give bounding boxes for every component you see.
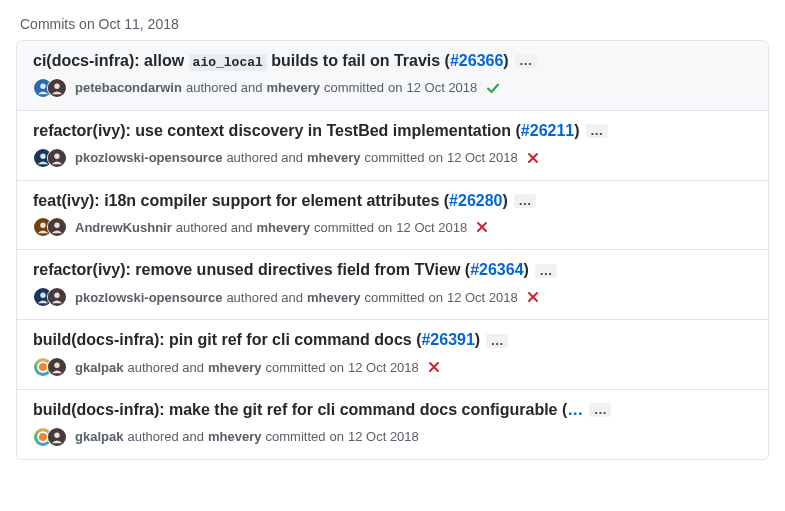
commit-title-text: ): [502, 192, 507, 209]
commit-date: 12 Oct 2018: [348, 429, 419, 444]
expand-commit-button[interactable]: …: [535, 264, 557, 278]
commit-author-link[interactable]: gkalpak: [75, 429, 123, 444]
ellipsis-icon: …: [519, 58, 532, 64]
svg-point-5: [54, 83, 59, 88]
commit-date: 12 Oct 2018: [447, 150, 518, 165]
avatar-stack[interactable]: [33, 357, 67, 377]
commit-item: refactor(ivy): use context discovery in …: [17, 111, 768, 181]
commit-author-link[interactable]: gkalpak: [75, 360, 123, 375]
commit-date: 12 Oct 2018: [348, 360, 419, 375]
commit-title-link[interactable]: build(docs-infra): make the git ref for …: [33, 400, 583, 421]
commit-title-link[interactable]: refactor(ivy): use context discovery in …: [33, 121, 580, 142]
avatar-stack[interactable]: [33, 148, 67, 168]
commit-title-text: refactor(ivy): use context discovery in …: [33, 122, 521, 139]
commit-item: feat(ivy): i18n compiler support for ele…: [17, 181, 768, 251]
commit-title-text: feat(ivy): i18n compiler support for ele…: [33, 192, 449, 209]
svg-point-35: [54, 432, 59, 437]
commit-title-link[interactable]: ci(docs-infra): allow aio_local builds t…: [33, 51, 509, 72]
pr-link[interactable]: #26280: [449, 192, 502, 209]
commit-title-link[interactable]: refactor(ivy): remove unused directives …: [33, 260, 529, 281]
commit-meta: pkozlowski-opensource authored and mheve…: [33, 148, 752, 168]
svg-point-17: [54, 223, 59, 228]
svg-point-26: [39, 363, 47, 371]
ellipsis-icon: …: [539, 268, 552, 274]
commit-date: 12 Oct 2018: [406, 80, 477, 95]
commit-meta: pkozlowski-opensource authored and mheve…: [33, 287, 752, 307]
commit-author-link[interactable]: AndrewKushnir: [75, 220, 172, 235]
x-icon[interactable]: [526, 151, 540, 165]
avatar: [47, 148, 67, 168]
expand-commit-button[interactable]: …: [515, 54, 537, 68]
ellipsis-icon: …: [491, 338, 504, 344]
commit-title-text: build(docs-infra): pin git ref for cli c…: [33, 331, 421, 348]
meta-text: on: [330, 360, 344, 375]
svg-point-8: [40, 153, 45, 158]
meta-text: on: [428, 290, 442, 305]
meta-text: on: [428, 150, 442, 165]
meta-text: authored and: [226, 150, 303, 165]
expand-commit-button[interactable]: …: [514, 194, 536, 208]
commit-date: 12 Oct 2018: [396, 220, 467, 235]
x-icon[interactable]: [526, 290, 540, 304]
commit-meta: petebacondarwin authored and mhevery com…: [33, 78, 752, 98]
meta-text: committed: [266, 429, 326, 444]
commit-committer-link[interactable]: mhevery: [307, 290, 360, 305]
ellipsis-icon: …: [590, 128, 603, 134]
commit-title-text: ): [524, 261, 529, 278]
meta-text: committed: [266, 360, 326, 375]
commit-item: refactor(ivy): remove unused directives …: [17, 250, 768, 320]
commit-title-text: ): [503, 52, 508, 69]
avatar: [47, 427, 67, 447]
check-icon[interactable]: [485, 80, 501, 96]
commit-committer-link[interactable]: mhevery: [208, 360, 261, 375]
avatar: [47, 287, 67, 307]
meta-text: authored and: [176, 220, 253, 235]
commit-meta: gkalpak authored and mhevery committed o…: [33, 357, 752, 377]
commit-item: build(docs-infra): make the git ref for …: [17, 390, 768, 459]
commit-title-text: ci(docs-infra): allow: [33, 52, 189, 69]
pr-link[interactable]: #26391: [421, 331, 474, 348]
commit-item: build(docs-infra): pin git ref for cli c…: [17, 320, 768, 390]
meta-text: on: [330, 429, 344, 444]
avatar-stack[interactable]: [33, 78, 67, 98]
commit-list: ci(docs-infra): allow aio_local builds t…: [16, 40, 769, 460]
commit-committer-link[interactable]: mhevery: [208, 429, 261, 444]
commit-title-text: builds to fail on Travis (: [267, 52, 450, 69]
expand-commit-button[interactable]: …: [589, 403, 611, 417]
pr-link[interactable]: #26366: [450, 52, 503, 69]
commit-title-text: ): [475, 331, 480, 348]
svg-point-29: [54, 363, 59, 368]
avatar-stack[interactable]: [33, 287, 67, 307]
svg-point-14: [40, 223, 45, 228]
ellipsis-icon: …: [594, 407, 607, 413]
expand-commit-button[interactable]: …: [586, 124, 608, 138]
commit-date: 12 Oct 2018: [447, 290, 518, 305]
svg-point-2: [40, 83, 45, 88]
x-icon[interactable]: [475, 220, 489, 234]
commit-committer-link[interactable]: mhevery: [307, 150, 360, 165]
svg-point-23: [54, 293, 59, 298]
ellipsis-icon: …: [518, 198, 531, 204]
pr-link[interactable]: #26364: [470, 261, 523, 278]
commits-date-header: Commits on Oct 11, 2018: [16, 16, 769, 40]
commit-title-link[interactable]: feat(ivy): i18n compiler support for ele…: [33, 191, 508, 212]
avatar: [47, 217, 67, 237]
commit-title-link[interactable]: build(docs-infra): pin git ref for cli c…: [33, 330, 480, 351]
meta-text: committed: [324, 80, 384, 95]
x-icon[interactable]: [427, 360, 441, 374]
svg-point-32: [39, 433, 47, 441]
avatar-stack[interactable]: [33, 217, 67, 237]
commit-author-link[interactable]: pkozlowski-opensource: [75, 150, 222, 165]
meta-text: committed: [364, 290, 424, 305]
meta-text: on: [378, 220, 392, 235]
commit-committer-link[interactable]: mhevery: [256, 220, 309, 235]
avatar-stack[interactable]: [33, 427, 67, 447]
pr-link[interactable]: #26211: [521, 122, 574, 139]
pr-link[interactable]: …: [567, 401, 583, 418]
meta-text: committed: [364, 150, 424, 165]
expand-commit-button[interactable]: …: [486, 334, 508, 348]
commit-author-link[interactable]: pkozlowski-opensource: [75, 290, 222, 305]
commit-author-link[interactable]: petebacondarwin: [75, 80, 182, 95]
avatar: [47, 357, 67, 377]
commit-committer-link[interactable]: mhevery: [267, 80, 320, 95]
